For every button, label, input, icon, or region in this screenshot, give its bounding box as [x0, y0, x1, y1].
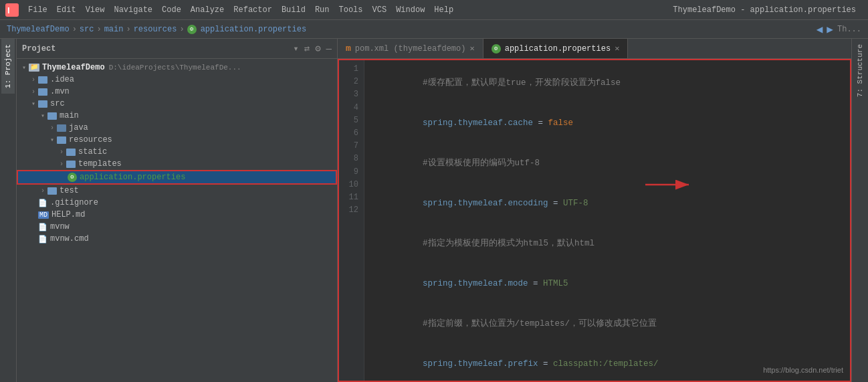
markdown-icon: MD	[38, 211, 49, 219]
key-4: spring.thymeleaf.encoding	[423, 199, 548, 208]
tree-item-idea[interactable]: › .idea	[17, 74, 337, 86]
line-num-2: 2	[338, 76, 358, 88]
properties-tab-icon: ⚙	[492, 44, 501, 54]
menu-file[interactable]: File	[24, 4, 51, 16]
code-line-7: #指定前缀，默认位置为/templates/，可以修改成其它位置	[372, 304, 843, 344]
tree-arrow-src: ▾	[29, 100, 38, 108]
breadcrumb-resources[interactable]: resources	[134, 25, 177, 34]
side-tabs-right: 7: Structure	[851, 39, 868, 382]
tree-item-static[interactable]: › static	[17, 146, 337, 158]
tree-path-root: D:\ideaProjects\ThymeleafDe...	[109, 64, 241, 72]
svg-text:I: I	[7, 5, 10, 15]
nav-icons: ◀ ▶ Th...	[817, 23, 861, 36]
sidebar-tab-structure[interactable]: 7: Structure	[853, 39, 867, 102]
menu-code[interactable]: Code	[158, 4, 185, 16]
tree-label-helpmd: HELP.md	[51, 210, 85, 219]
editor-area: m pom.xml (thymeleafdemo) ✕ ⚙ applicatio…	[338, 39, 851, 382]
tree-item-main[interactable]: ▾ main	[17, 110, 337, 122]
folder-icon-test	[47, 187, 57, 195]
tree-item-helpmd[interactable]: › MD HELP.md	[17, 209, 337, 221]
tree-arrow-main: ▾	[38, 112, 47, 120]
folder-icon-resources	[57, 136, 66, 144]
tree-item-mvnw[interactable]: › 📄 mvnw	[17, 221, 337, 233]
tree-label-main: main	[60, 111, 79, 120]
menu-build[interactable]: Build	[278, 4, 310, 16]
menu-edit[interactable]: Edit	[53, 4, 80, 16]
breadcrumb-sep-4: ›	[179, 25, 184, 34]
code-content[interactable]: #缓存配置，默认即是true，开发阶段设置为false spring.thyme…	[364, 59, 851, 382]
folder-icon-static	[66, 149, 76, 156]
tree-item-root[interactable]: ▾ 📁 ThymeleafDemo D:\ideaProjects\Thymel…	[17, 62, 337, 74]
menu-tools[interactable]: Tools	[335, 4, 367, 16]
tree-label-resources: resources	[69, 135, 112, 145]
tree-arrow-test: ›	[38, 187, 47, 195]
tree-label-templates: templates	[78, 159, 122, 169]
menu-analyze[interactable]: Analyze	[187, 4, 228, 16]
folder-icon-mvn	[38, 88, 47, 96]
line-num-10: 10	[338, 179, 358, 191]
menu-window[interactable]: Window	[392, 4, 429, 16]
tree-arrow-templates: ›	[57, 161, 66, 168]
tree-item-java[interactable]: › java	[17, 122, 337, 134]
panel-minimize-icon[interactable]: —	[326, 43, 332, 54]
properties-file-icon: ⚙	[68, 173, 77, 182]
breadcrumb-sep-3: ›	[126, 25, 130, 34]
menu-help[interactable]: Help	[430, 4, 457, 16]
menu-refactor[interactable]: Refactor	[229, 4, 276, 16]
menu-navigate[interactable]: Navigate	[110, 4, 156, 16]
tree-item-mvn[interactable]: › .mvn	[17, 86, 337, 98]
tree-item-mvnwcmd[interactable]: › 📄 mvnw.cmd	[17, 233, 337, 245]
code-line-5: #指定为模板使用的模式为html5，默认html	[372, 223, 843, 264]
line-num-12: 12	[338, 204, 358, 217]
comment-3: #设置模板使用的编码为utf-8	[423, 159, 540, 168]
breadcrumb-src[interactable]: src	[80, 25, 94, 34]
main-area: 1: Project Project ▾ ⇄ ⚙ — ▾ 📁 Thymeleaf…	[0, 39, 868, 382]
menu-bar: File Edit View Navigate Code Analyze Ref…	[24, 4, 673, 16]
tree-item-templates[interactable]: › templates	[17, 158, 337, 170]
panel-title: Project	[22, 44, 288, 54]
tab-pom[interactable]: m pom.xml (thymeleafdemo) ✕	[338, 39, 483, 58]
breadcrumb-file[interactable]: application.properties	[201, 25, 306, 34]
value-6: HTML5	[543, 279, 568, 288]
panel-settings-icon[interactable]: ⚙	[315, 43, 320, 54]
code-line-1: #缓存配置，默认即是true，开发阶段设置为false	[372, 63, 843, 103]
tree-item-app-properties[interactable]: › ⚙ application.properties	[17, 170, 337, 185]
folder-icon-idea	[38, 76, 47, 84]
line-num-1: 1	[338, 63, 358, 76]
window-title: ThymeleafDemo - application.properties	[673, 5, 863, 15]
comment-7: #指定前缀，默认位置为/templates/，可以修改成其它位置	[423, 319, 657, 328]
folder-icon-main	[47, 112, 57, 120]
key-2: spring.thymeleaf.cache	[423, 118, 533, 128]
code-line-2: spring.thymeleaf.cache = false	[372, 103, 843, 143]
tab-bar: m pom.xml (thymeleafdemo) ✕ ⚙ applicatio…	[338, 39, 851, 59]
folder-icon-root: 📁	[29, 64, 39, 72]
tab-properties[interactable]: ⚙ application.properties ✕	[483, 39, 629, 58]
panel-dropdown-icon[interactable]: ▾	[293, 43, 298, 54]
side-tabs-left: 1: Project	[0, 39, 17, 382]
tab-properties-close[interactable]: ✕	[615, 43, 619, 54]
tree-item-resources[interactable]: ▾ resources	[17, 134, 337, 146]
title-bar: I File Edit View Navigate Code Analyze R…	[0, 0, 868, 20]
value-8: classpath:/templates/	[553, 359, 659, 369]
tree-item-src[interactable]: ▾ src	[17, 98, 337, 110]
menu-view[interactable]: View	[82, 4, 109, 16]
sidebar-tab-project[interactable]: 1: Project	[1, 39, 15, 94]
menu-run[interactable]: Run	[311, 4, 334, 16]
nav-back-icon[interactable]: ◀	[817, 23, 823, 36]
tab-pom-close[interactable]: ✕	[469, 43, 474, 54]
tab-properties-label: application.properties	[505, 44, 611, 54]
breadcrumb-project[interactable]: ThymeleafDemo	[7, 25, 70, 34]
tree-label-test: test	[60, 186, 79, 195]
tree-arrow-mvn: ›	[29, 88, 38, 96]
tree-item-test[interactable]: › test	[17, 185, 337, 197]
menu-vcs[interactable]: VCS	[368, 4, 391, 16]
code-editor[interactable]: 1 2 3 4 5 6 7 8 9 10 11 12 #缓存配置，默认即是tru…	[338, 59, 851, 382]
panel-sync-icon[interactable]: ⇄	[304, 43, 310, 54]
run-config-icon[interactable]: ▶	[827, 23, 833, 36]
tree-item-gitignore[interactable]: › 📄 .gitignore	[17, 197, 337, 209]
breadcrumb-bar: ThymeleafDemo › src › main › resources ›…	[0, 20, 868, 39]
code-line-6: spring.thymeleaf.mode = HTML5	[372, 264, 843, 304]
tree-label-idea: .idea	[50, 75, 74, 84]
breadcrumb-main[interactable]: main	[104, 25, 124, 34]
tree-label-root: ThymeleafDemo	[42, 63, 105, 72]
